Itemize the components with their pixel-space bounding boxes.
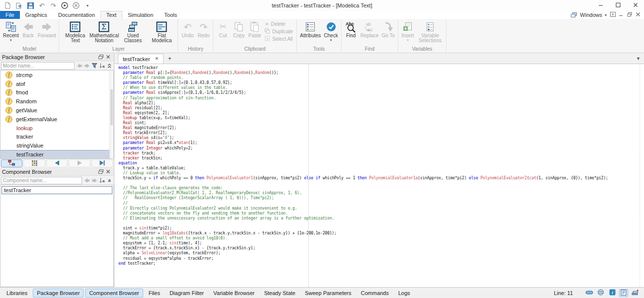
insert-button[interactable]: Insert▾ xyxy=(400,19,416,46)
close-tab-icon[interactable]: ✕ xyxy=(155,57,159,61)
package-item-getvalue[interactable]: fgetValue xyxy=(0,106,113,115)
collapse-all-icon[interactable] xyxy=(106,62,113,69)
sort-descending-icon[interactable]: a xyxy=(98,62,105,69)
info-button[interactable]: i xyxy=(608,289,617,297)
cut-button[interactable]: ✂Cut xyxy=(215,19,231,46)
model-name-search-input[interactable] xyxy=(1,62,75,70)
paste-button[interactable]: Paste xyxy=(247,19,263,46)
mdi-restore-button[interactable] xyxy=(626,12,633,18)
mdi-close-button[interactable] xyxy=(635,12,642,18)
forward-button[interactable]: Forward xyxy=(36,19,58,46)
tab-list-chevron-icon[interactable]: ▼ xyxy=(636,56,644,61)
nav-forward-icon[interactable] xyxy=(91,177,98,184)
nav-forward-icon[interactable] xyxy=(84,62,91,69)
minimize-button[interactable] xyxy=(592,0,609,11)
package-item-random[interactable]: fRandom xyxy=(0,97,113,106)
go-to-class-button[interactable] xyxy=(92,159,113,167)
modelica-text-button[interactable]: Modelica Text xyxy=(61,19,90,46)
recent-button[interactable]: Recent▾ xyxy=(1,19,20,46)
status-toggle-logs[interactable]: Logs xyxy=(394,289,414,298)
package-item-lookup[interactable]: lookup xyxy=(0,124,113,133)
check-button[interactable]: Check▾ xyxy=(322,19,339,46)
menu-tab-graphics[interactable]: Graphics xyxy=(20,11,53,19)
scrollbar-thumb[interactable] xyxy=(110,89,113,125)
status-toggle-diagram-filter[interactable]: Diagram Filter xyxy=(166,289,208,298)
connection-status-button[interactable] xyxy=(596,289,605,297)
history-forward-button[interactable] xyxy=(69,159,90,167)
status-toggle-commands[interactable]: Commands xyxy=(357,289,393,298)
package-tree-scrollbar[interactable] xyxy=(109,71,113,158)
menu-tab-documentation[interactable]: Documentation xyxy=(53,11,100,19)
open-document-icon[interactable] xyxy=(15,1,23,9)
menu-tab-tools[interactable]: Tools xyxy=(159,11,183,19)
package-item-stringvalue[interactable]: stringValue xyxy=(0,141,113,150)
attributes-button[interactable]: Attributes xyxy=(298,19,322,46)
float-panel-icon[interactable] xyxy=(97,168,104,175)
close-panel-icon[interactable] xyxy=(104,54,112,60)
pin-window-button[interactable] xyxy=(609,12,616,18)
copy-button[interactable]: Copy xyxy=(231,19,247,46)
component-item-testtracker[interactable]: testTracker xyxy=(1,186,112,194)
package-tree[interactable]: fstrcmpfatofffmodfRandomfgetValuefgetExt… xyxy=(0,70,114,159)
go-to-button[interactable]: Go To xyxy=(380,19,396,46)
float-panel-icon[interactable] xyxy=(97,54,104,60)
class-view-button[interactable] xyxy=(1,159,22,167)
mdi-minimize-button[interactable] xyxy=(618,12,625,18)
variable-selections-button[interactable]: Variable Selections xyxy=(416,19,445,46)
editor-tab-testtracker[interactable]: testTracker ✕ xyxy=(118,54,164,64)
mathematical-notation-button[interactable]: ΣMathematical Notation xyxy=(90,19,118,46)
flat-modelica-button[interactable]: Flat Modelica xyxy=(147,19,176,46)
menu-tab-simulation[interactable]: Simulation xyxy=(122,11,159,19)
new-document-icon[interactable] xyxy=(3,1,11,9)
status-toggle-libraries[interactable]: Libraries xyxy=(2,289,31,298)
nav-back-icon[interactable] xyxy=(84,177,91,184)
undo-quick-icon[interactable]: ↶ xyxy=(38,1,46,9)
toolbar-options-icon[interactable]: ▾ xyxy=(84,1,92,9)
simulation-center-button[interactable] xyxy=(631,289,640,297)
delete-button[interactable]: ✕Delete xyxy=(265,21,293,27)
used-classes-button[interactable]: Used Classes xyxy=(118,19,147,46)
status-toggle-steady-state[interactable]: Steady State xyxy=(260,289,299,298)
package-item-testtracker[interactable]: testTracker xyxy=(0,150,113,159)
save-icon[interactable] xyxy=(26,1,34,9)
windows-menu[interactable]: Windows xyxy=(580,12,602,18)
code-editor[interactable]: model testTracker parameter Real p[:]={R… xyxy=(114,64,644,287)
sort-descending-icon[interactable]: a xyxy=(98,177,105,184)
icon-view-button[interactable] xyxy=(23,159,45,167)
select-all-button[interactable]: Select All xyxy=(265,36,293,42)
status-toggle-variable-browser[interactable]: Variable Browser xyxy=(209,289,259,298)
close-panel-icon[interactable] xyxy=(104,168,112,175)
match-case-icon[interactable]: a xyxy=(106,177,113,184)
menu-tab-file[interactable]: File xyxy=(0,11,20,19)
stop-icon[interactable] xyxy=(72,1,80,9)
package-item-fmod[interactable]: ffmod xyxy=(0,88,113,97)
simulate-icon[interactable] xyxy=(61,1,69,9)
package-item-tracker[interactable]: tracker xyxy=(0,133,113,142)
messages-button[interactable] xyxy=(619,289,628,297)
nav-back-icon[interactable] xyxy=(76,62,83,69)
component-tree[interactable]: testTracker xyxy=(0,185,114,287)
status-toggle-files[interactable]: Files xyxy=(145,289,164,298)
maximize-button[interactable] xyxy=(609,0,627,11)
package-item-atof[interactable]: fatof xyxy=(0,79,113,88)
find-button[interactable]: AbcFind xyxy=(343,19,359,46)
status-toggle-sweep-parameters[interactable]: Sweep Parameters xyxy=(301,289,356,298)
close-button[interactable] xyxy=(627,0,644,11)
history-back-button[interactable] xyxy=(46,159,68,167)
back-button[interactable]: Back xyxy=(20,19,36,46)
status-toggle-component-browser[interactable]: Component Browser xyxy=(85,289,143,298)
redo-quick-icon[interactable]: ↷ xyxy=(49,1,57,9)
windows-menu-caret-icon[interactable]: ▾ xyxy=(605,13,607,17)
status-toggle-package-browser[interactable]: Package Browser xyxy=(33,289,84,298)
filter-icon[interactable] xyxy=(91,62,98,69)
menu-tab-text[interactable]: Text xyxy=(100,11,122,19)
package-item-strcmp[interactable]: fstrcmp xyxy=(0,71,113,79)
package-item-getexternalvalue[interactable]: fgetExternalValue xyxy=(0,115,113,124)
kernel-status-button[interactable] xyxy=(585,289,594,297)
duplicate-button[interactable]: Duplicate xyxy=(265,28,293,34)
new-tab-button[interactable]: + xyxy=(164,54,176,64)
replace-button[interactable]: abacReplace xyxy=(359,19,380,46)
undo-button[interactable]: ↶Undo xyxy=(180,19,195,46)
redo-button[interactable]: ↷Redo xyxy=(195,19,211,46)
component-name-search-input[interactable] xyxy=(1,177,82,184)
